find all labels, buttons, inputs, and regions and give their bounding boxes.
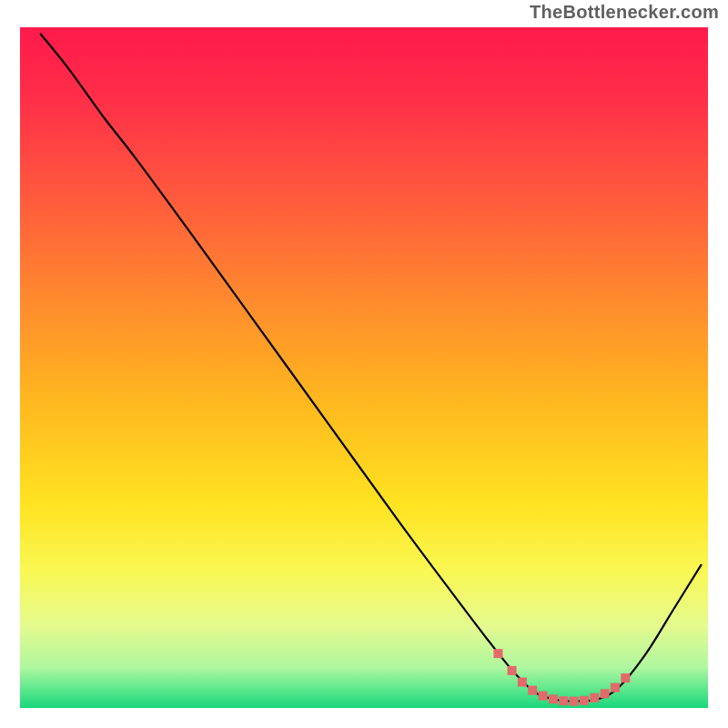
bottleneck-curve-chart [0,0,728,728]
chart-container: TheBottlenecker.com [0,0,728,728]
watermark-text: TheBottlenecker.com [530,2,719,23]
